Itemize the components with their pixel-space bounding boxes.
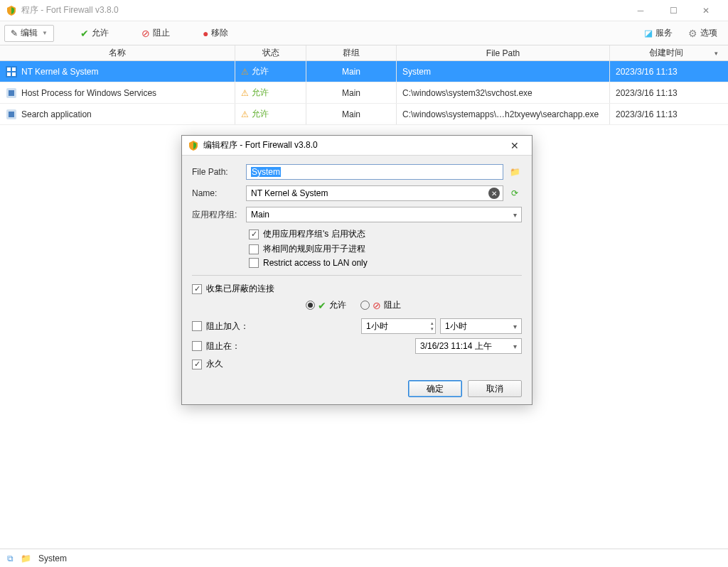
warning-icon: ⚠	[241, 67, 249, 77]
file-path-label: File Path:	[192, 167, 242, 177]
folder-icon: 📁	[510, 167, 520, 177]
cell-name: Host Process for Windows Services	[21, 88, 156, 98]
name-value: NT Kernel & System	[251, 188, 328, 198]
app-group-combo[interactable]: Main	[246, 207, 522, 222]
remove-button[interactable]: ● 移除	[196, 25, 235, 42]
block-at-datetime[interactable]: 3/16/23 11:14 上午	[415, 338, 522, 354]
forever-checkbox[interactable]	[192, 360, 202, 369]
copy-icon[interactable]: ⧉	[7, 554, 14, 563]
cell-path: C:\windows\systemapps\…h2txyewy\searchap…	[397, 104, 610, 124]
block-button[interactable]: ⊘ 阻止	[135, 25, 176, 42]
edit-label: 编辑	[21, 27, 38, 39]
warning-icon: ⚠	[241, 109, 249, 119]
block-in-checkbox[interactable]	[192, 321, 202, 331]
chevron-down-icon: ▼	[42, 30, 48, 36]
warning-icon: ⚠	[241, 88, 249, 98]
svg-rect-8	[9, 112, 14, 117]
cell-state: 允许	[252, 87, 269, 99]
services-label: 服务	[655, 27, 673, 39]
svg-rect-4	[12, 72, 16, 76]
cell-created: 2023/3/16 11:13	[610, 61, 722, 82]
block-radio-label: 阻止	[384, 299, 401, 311]
col-created-header[interactable]: 创建时间	[610, 45, 722, 60]
col-path-header[interactable]: File Path	[397, 45, 610, 60]
cell-name: Search application	[21, 109, 92, 119]
windows-icon	[6, 66, 17, 77]
block-in-label: 阻止加入：	[206, 320, 249, 333]
file-path-value: System	[251, 167, 281, 177]
svg-rect-3	[7, 72, 11, 76]
svg-rect-6	[9, 90, 14, 96]
col-state-header[interactable]: 状态	[235, 45, 306, 60]
svg-rect-1	[7, 68, 11, 71]
folder-icon[interactable]: 📁	[21, 554, 31, 563]
minus-icon: ●	[203, 28, 208, 39]
browse-folder-button[interactable]: 📁	[508, 165, 522, 179]
name-label: Name:	[192, 188, 242, 198]
name-field[interactable]: NT Kernel & System ✕	[246, 185, 503, 201]
svg-rect-2	[12, 68, 16, 71]
cancel-button[interactable]: 取消	[468, 380, 522, 397]
cell-path: System	[397, 61, 610, 82]
use-group-state-label: 使用应用程序组's 启用状态	[263, 228, 365, 240]
block-icon: ⊘	[373, 300, 381, 311]
ok-button[interactable]: 确定	[408, 380, 462, 397]
allow-radio-label: 允许	[329, 299, 346, 311]
gear-icon: ⚙	[688, 28, 697, 39]
remove-label: 移除	[211, 27, 228, 39]
cell-group: Main	[306, 104, 397, 124]
window-title: 程序 - Fort Firewall v3.8.0	[21, 4, 119, 16]
refresh-name-button[interactable]: ⟳	[508, 186, 522, 200]
options-label: 选项	[700, 27, 717, 39]
table-row[interactable]: NT Kernel & System ⚠允许 Main System 2023/…	[0, 61, 728, 82]
maximize-button[interactable]: ☐	[657, 0, 690, 21]
apply-child-checkbox[interactable]	[249, 244, 259, 254]
collect-blocked-checkbox[interactable]	[192, 284, 202, 294]
services-button[interactable]: ◪ 服务	[638, 25, 679, 42]
services-icon: ◪	[644, 28, 653, 38]
check-icon: ✔	[80, 28, 89, 39]
statusbar: ⧉ 📁 System	[0, 549, 728, 567]
block-radio[interactable]	[360, 301, 370, 310]
use-group-state-checkbox[interactable]	[249, 230, 259, 239]
cell-created: 2023/3/16 11:13	[610, 82, 722, 103]
toolbar: ✎ 编辑 ▼ ✔ 允许 ⊘ 阻止 ● 移除 ◪ 服务 ⚙ 选项	[0, 21, 728, 45]
minimize-button[interactable]: ─	[624, 0, 657, 21]
pencil-icon: ✎	[11, 28, 18, 38]
block-in-unit-combo[interactable]: 1小时	[440, 318, 522, 334]
dialog-close-button[interactable]: ✕	[503, 140, 526, 151]
table-header: 名称 状态 群组 File Path 创建时间	[0, 45, 728, 61]
block-in-value: 1小时	[366, 320, 388, 333]
file-path-field[interactable]: System	[246, 164, 503, 180]
collect-blocked-label: 收集已屏蔽的连接	[206, 283, 274, 295]
table-row[interactable]: Host Process for Windows Services ⚠允许 Ma…	[0, 82, 728, 104]
col-name-header[interactable]: 名称	[0, 45, 235, 60]
table-body: NT Kernel & System ⚠允许 Main System 2023/…	[0, 61, 728, 125]
cell-group: Main	[306, 82, 397, 103]
block-in-spinner[interactable]: 1小时	[361, 318, 436, 334]
allow-label: 允许	[92, 27, 109, 39]
col-group-header[interactable]: 群组	[306, 45, 397, 60]
dialog-title: 编辑程序 - Fort Firewall v3.8.0	[203, 139, 318, 151]
options-button[interactable]: ⚙ 选项	[682, 25, 724, 42]
block-in-unit-value: 1小时	[445, 320, 467, 333]
lan-only-checkbox[interactable]	[249, 258, 259, 268]
cell-name: NT Kernel & System	[21, 67, 98, 77]
cell-state: 允许	[252, 108, 269, 120]
block-at-checkbox[interactable]	[192, 341, 202, 351]
edit-button[interactable]: ✎ 编辑 ▼	[4, 25, 54, 42]
app-icon	[188, 140, 199, 151]
allow-radio[interactable]	[306, 301, 315, 310]
app-file-icon	[6, 87, 17, 99]
app-file-icon	[6, 109, 17, 120]
check-icon: ✔	[318, 300, 326, 311]
table-row[interactable]: Search application ⚠允许 Main C:\windows\s…	[0, 104, 728, 125]
titlebar: 程序 - Fort Firewall v3.8.0 ─ ☐ ✕	[0, 0, 728, 21]
edit-dialog: 编辑程序 - Fort Firewall v3.8.0 ✕ File Path:…	[181, 135, 532, 405]
cell-group: Main	[306, 61, 397, 82]
clear-name-button[interactable]: ✕	[488, 188, 500, 199]
dialog-titlebar: 编辑程序 - Fort Firewall v3.8.0 ✕	[182, 136, 532, 156]
allow-button[interactable]: ✔ 允许	[74, 25, 115, 42]
app-group-value: Main	[251, 210, 269, 220]
close-button[interactable]: ✕	[690, 0, 722, 21]
